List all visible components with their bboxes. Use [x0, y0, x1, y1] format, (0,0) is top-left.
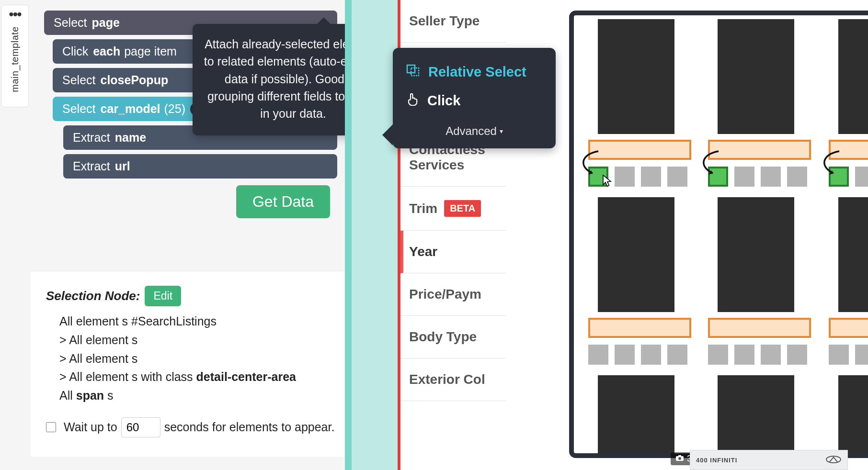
cmd-count: (25): [164, 102, 185, 116]
listing-thumb: [708, 345, 728, 365]
zoom-column: [598, 15, 701, 453]
wait-post-text: seconds for elements to appear.: [164, 420, 335, 434]
zoom-overlay: [569, 11, 868, 458]
menu-label: Relative Select: [428, 64, 526, 80]
caret-down-icon: ▾: [500, 127, 503, 135]
wait-checkbox[interactable]: [46, 422, 56, 432]
selector-line: > All element s: [55, 349, 335, 368]
menu-advanced[interactable]: Advanced ▾: [404, 124, 544, 138]
listing-thumb: [641, 167, 661, 187]
listing-image: [598, 19, 674, 134]
zoom-column: [838, 15, 868, 453]
listing-image: [838, 19, 868, 134]
selector-line: All span s: [55, 386, 335, 405]
listing-thumb: [667, 345, 687, 365]
cmd-value: page: [91, 16, 119, 30]
svg-point-14: [678, 457, 681, 460]
menu-click[interactable]: Click: [404, 89, 544, 113]
cursor-icon: [602, 174, 613, 188]
listing-thumb: [787, 167, 807, 187]
selector-text: s: [104, 389, 113, 402]
wait-pre-text: Wait up to: [64, 420, 117, 434]
cmd-keyword: Select: [62, 102, 95, 116]
listing-thumb: [761, 345, 781, 365]
listing-title-highlight[interactable]: [708, 140, 811, 160]
selector-bold: span: [76, 389, 104, 402]
listing-thumb: [829, 345, 849, 365]
selection-node-panel: Selection Node: Edit All element s #Sear…: [31, 271, 344, 457]
listing-thumb: [615, 167, 635, 187]
listing-image: [838, 375, 868, 458]
wait-seconds-input[interactable]: [121, 417, 160, 437]
template-tab[interactable]: ••• main_template: [1, 5, 29, 107]
selector-line: > All element s with class detail-center…: [55, 368, 335, 386]
context-menu: Relative Select Click Advanced ▾: [393, 48, 556, 148]
listing-title-highlight[interactable]: [588, 140, 691, 160]
listing-thumb: [734, 167, 754, 187]
selector-bold: detail-center-area: [196, 370, 296, 383]
selector-text: > All element s with class: [59, 370, 196, 383]
filter-year[interactable]: Year: [400, 231, 506, 273]
selector-text: All: [59, 389, 76, 402]
menu-label: Advanced: [445, 124, 497, 138]
listing-thumb: [734, 345, 754, 365]
listing-thumb: [667, 167, 687, 187]
cmd-keyword: Extract: [73, 159, 110, 173]
dealer-name: 400 INFINITI: [696, 457, 737, 464]
menu-label: Click: [427, 93, 460, 109]
filter-trim[interactable]: Trim BETA: [400, 187, 506, 231]
listing-title-highlight[interactable]: [588, 318, 691, 338]
listing-thumb: [787, 345, 807, 365]
filter-price[interactable]: Price/Paym: [400, 273, 506, 316]
cmd-value: closePopup: [100, 73, 168, 87]
template-tab-label: main_template: [10, 26, 21, 92]
listing-thumb: [855, 345, 868, 365]
filter-exterior-color[interactable]: Exterior Col: [400, 358, 506, 401]
svg-rect-13: [678, 455, 681, 457]
infiniti-logo-icon: [825, 455, 842, 465]
more-icon[interactable]: •••: [9, 12, 21, 17]
selection-node-title: Selection Node:: [46, 289, 140, 303]
listing-image: [598, 375, 674, 458]
get-data-button[interactable]: Get Data: [236, 185, 330, 218]
cmd-extract-url[interactable]: Extract url: [63, 154, 337, 179]
listing-thumb: [761, 167, 781, 187]
relative-select-icon: [406, 64, 420, 80]
click-hand-icon: [406, 92, 419, 109]
listing-title-highlight[interactable]: [829, 140, 868, 160]
cmd-each: each: [93, 45, 120, 58]
cmd-keyword: Select: [62, 73, 95, 87]
selector-line: All element s #SearchListings: [55, 312, 335, 331]
listing-image: [718, 19, 794, 134]
cmd-value: page item: [124, 45, 177, 58]
listing-image: [838, 197, 868, 312]
menu-relative-select[interactable]: Relative Select: [404, 60, 544, 84]
listing-image: [718, 375, 794, 458]
dealer-banner: 400 INFINITI: [690, 450, 848, 470]
listing-thumb: [615, 345, 635, 365]
listing-thumb: [641, 345, 661, 365]
cmd-keyword: Click: [62, 45, 88, 58]
beta-badge: BETA: [444, 200, 481, 217]
filter-seller-type[interactable]: Seller Type: [400, 0, 506, 43]
listing-image: [718, 197, 794, 312]
listing-title-highlight[interactable]: [708, 318, 811, 338]
cmd-value: url: [115, 159, 130, 173]
cmd-keyword: Select: [54, 16, 87, 30]
filter-label: Trim: [409, 201, 437, 216]
listing-image: [598, 197, 674, 312]
selector-line: > All element s: [55, 331, 335, 349]
relative-target-highlight[interactable]: [708, 167, 728, 187]
filter-body-type[interactable]: Body Type: [400, 316, 506, 358]
relative-target-highlight[interactable]: [829, 167, 849, 187]
cmd-value: name: [115, 131, 146, 145]
listing-title-highlight[interactable]: [829, 318, 868, 338]
edit-button[interactable]: Edit: [145, 286, 181, 306]
zoom-column: [718, 15, 821, 453]
listing-thumb: [588, 345, 608, 365]
cmd-value: car_model: [100, 102, 160, 116]
listing-thumb: [855, 167, 868, 187]
camera-icon: [675, 454, 684, 464]
cmd-keyword: Extract: [73, 131, 110, 145]
